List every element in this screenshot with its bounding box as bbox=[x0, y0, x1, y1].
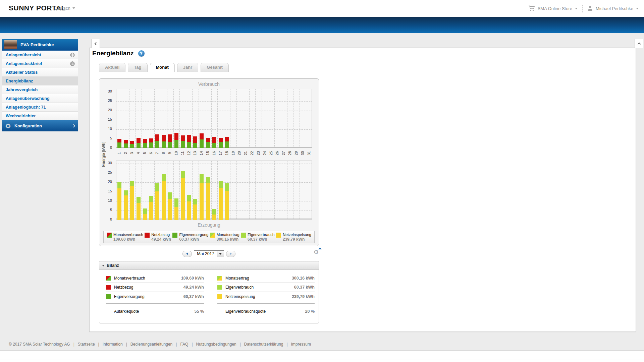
globe-icon bbox=[70, 53, 75, 57]
plant-header[interactable]: PVA-Perlitschke bbox=[2, 39, 78, 51]
legend-label: Monatsverbrauch bbox=[113, 232, 143, 237]
tab-jahr[interactable]: Jahr bbox=[177, 63, 198, 72]
triangle-right-icon bbox=[230, 252, 232, 255]
netzbezug-segment bbox=[130, 141, 134, 144]
sidebar-item-label: Jahresvergleich bbox=[6, 87, 38, 92]
footer-link-information[interactable]: Information bbox=[103, 342, 123, 347]
eigenversorgung-segment bbox=[187, 142, 191, 148]
konfiguration-label: Konfiguration bbox=[14, 124, 42, 128]
footer-link-bedienungsanleitungen[interactable]: Bedienungsanleitungen bbox=[130, 342, 172, 347]
scroll-top-button[interactable] bbox=[635, 39, 643, 48]
footer-separator: | bbox=[98, 342, 99, 347]
bar-day-11 bbox=[181, 171, 185, 220]
chart-legend: Monatsverbrauch109,60 kWhNetzbezug49,24 … bbox=[103, 231, 315, 243]
y-tick-label: 0 bbox=[102, 217, 112, 221]
x-tick-label: 14 bbox=[199, 149, 203, 157]
netzbezug-segment bbox=[181, 135, 185, 141]
footer-link-impressum[interactable]: Impressum bbox=[291, 342, 311, 347]
footer-separator: | bbox=[176, 342, 177, 347]
x-tick-label: 9 bbox=[168, 149, 172, 157]
quote-value: 20 % bbox=[305, 309, 315, 314]
x-tick-label: 10 bbox=[174, 149, 178, 157]
month-select-value: Mai 2017 bbox=[194, 251, 217, 257]
bilanz-value: 60,37 kWh bbox=[183, 294, 204, 299]
bilanz-label: Netzeinspeisung bbox=[225, 294, 255, 299]
next-month-button[interactable] bbox=[226, 251, 235, 257]
bar-day-7 bbox=[155, 183, 159, 220]
eigenversorgung-segment bbox=[137, 143, 141, 148]
y-tick-label: 30 bbox=[102, 89, 112, 93]
online-store-menu[interactable]: SMA Online Store bbox=[528, 5, 578, 12]
sidebar-item-anlagenlogbuch-71[interactable]: Anlagenlogbuch: 71 bbox=[2, 103, 78, 112]
x-tick-label: 5 bbox=[143, 149, 147, 157]
sidebar-item-anlagensteckbrief[interactable]: Anlagensteckbrief bbox=[2, 59, 78, 68]
x-tick-label: 1 bbox=[117, 149, 121, 157]
tab-monat[interactable]: Monat bbox=[150, 63, 175, 72]
bilanz-label: Eigenversorgung bbox=[114, 294, 145, 299]
footer-separator: | bbox=[287, 342, 288, 347]
eigenverbrauch-segment bbox=[130, 181, 134, 186]
chart-settings-button[interactable]: ⚙ bbox=[314, 248, 321, 256]
bilanz-row-netzbezug: Netzbezug49,24 kWh bbox=[106, 283, 204, 292]
chart-title-verbrauch: Verbrauch bbox=[99, 81, 319, 87]
topbar-divider bbox=[582, 5, 583, 12]
footer-links: |Startseite|Information|Bedienungsanleit… bbox=[70, 342, 311, 347]
sidebar-item-aktueller-status[interactable]: Aktueller Status bbox=[2, 68, 78, 77]
sidebar-item-konfiguration[interactable]: ⚙ Konfiguration bbox=[2, 120, 78, 131]
month-select[interactable]: Mai 2017 bbox=[194, 250, 224, 257]
eigenverbrauch-segment bbox=[174, 198, 178, 207]
user-menu[interactable]: Michael Perlitschke bbox=[587, 5, 639, 12]
language-selector[interactable]: Deutsch bbox=[54, 6, 75, 11]
bilanz-header[interactable]: Bilanz bbox=[99, 261, 319, 270]
eigenverbrauch-segment bbox=[200, 174, 204, 183]
x-tick-label: 7 bbox=[155, 149, 159, 157]
prev-month-button[interactable] bbox=[182, 251, 192, 257]
bar-day-18 bbox=[225, 183, 229, 220]
footer-link-startseite[interactable]: Startseite bbox=[78, 342, 95, 347]
footer-link-datenschutzerklärung[interactable]: Datenschutzerklärung bbox=[244, 342, 283, 347]
legend-item-eigenversorgung: Eigenversorgung60,37 kWh bbox=[172, 232, 208, 242]
x-tick-label: 22 bbox=[250, 149, 254, 157]
bar-day-4 bbox=[137, 138, 141, 148]
legend-value: 60,37 kWh bbox=[179, 237, 208, 242]
netzbezug-segment bbox=[206, 138, 210, 142]
x-tick-label: 13 bbox=[193, 149, 197, 157]
quote-label: Autarkiequote bbox=[114, 309, 139, 314]
footer-separator: | bbox=[192, 342, 193, 347]
bar-day-6 bbox=[149, 138, 153, 148]
legend-swatch bbox=[241, 233, 246, 238]
sidebar-item-anlagenüberwachung[interactable]: Anlagenüberwachung bbox=[2, 94, 78, 103]
netzbezug-segment bbox=[168, 134, 172, 142]
footer-link-nutzungsbedingungen[interactable]: Nutzungsbedingungen bbox=[196, 342, 236, 347]
sidebar-item-energiebilanz[interactable]: Energiebilanz bbox=[2, 77, 78, 85]
legend-item-monatsverbrauch: Monatsverbrauch109,60 kWh bbox=[107, 232, 143, 242]
globe-icon bbox=[70, 61, 75, 66]
sidebar-item-jahresvergleich[interactable]: Jahresvergleich bbox=[2, 85, 78, 94]
bilanz-swatch bbox=[217, 294, 222, 299]
bar-day-17 bbox=[219, 181, 223, 220]
help-icon[interactable]: ? bbox=[138, 50, 145, 57]
bar-day-12 bbox=[187, 135, 191, 148]
collapse-panel-button[interactable] bbox=[91, 39, 100, 48]
y-tick-label: 30 bbox=[102, 161, 112, 165]
tab-tag[interactable]: Tag bbox=[128, 63, 147, 72]
footer-link-faq[interactable]: FAQ bbox=[180, 342, 188, 347]
bar-day-3 bbox=[130, 141, 134, 148]
bilanz-quote-autarkiequote: Autarkiequote55 % bbox=[106, 307, 204, 316]
bilanz-title: Bilanz bbox=[107, 263, 119, 268]
bar-day-9 bbox=[168, 134, 172, 148]
tab-gesamt[interactable]: Gesamt bbox=[201, 63, 229, 72]
bilanz-right-column: Monatsertrag300,16 kWhEigenverbrauch60,3… bbox=[217, 274, 315, 316]
netzeinspeisung-segment bbox=[117, 188, 121, 220]
sidebar-item-anlagenübersicht[interactable]: Anlagenübersicht bbox=[2, 51, 78, 59]
x-tick-label: 31 bbox=[307, 149, 311, 157]
sidebar-item-wechselrichter[interactable]: Wechselrichter bbox=[2, 112, 78, 120]
footer: © 2017 SMA Solar Technology AG |Startsei… bbox=[0, 338, 644, 351]
eigenverbrauch-segment bbox=[212, 209, 216, 215]
sidebar-item-label: Wechselrichter bbox=[6, 114, 36, 118]
bilanz-row-eigenversorgung: Eigenversorgung60,37 kWh bbox=[106, 292, 204, 301]
netzbezug-segment bbox=[193, 136, 197, 143]
y-tick-label: 15 bbox=[102, 117, 112, 121]
tab-aktuell[interactable]: Aktuell bbox=[99, 63, 125, 72]
y-tick-label: 20 bbox=[102, 108, 112, 112]
